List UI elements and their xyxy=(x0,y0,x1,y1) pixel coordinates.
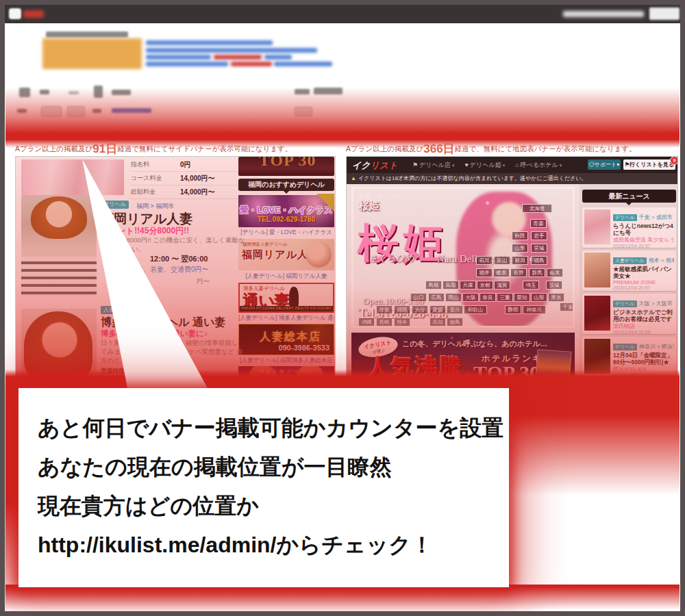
pref-button[interactable]: 徳島 xyxy=(447,318,463,326)
pref-button[interactable]: 滋賀 xyxy=(494,281,510,290)
pref-button[interactable]: 岡山 xyxy=(445,293,462,302)
shop-title[interactable]: 博多人妻デリヘル 通い妻 xyxy=(101,316,225,330)
pref-button[interactable]: 和歌山 xyxy=(464,305,487,314)
banner-caption-link[interactable]: [人妻デリヘル] 福岡リアル人妻 xyxy=(238,272,334,280)
pref-button[interactable]: 広島 xyxy=(428,293,445,302)
pref-button[interactable]: 佐賀 xyxy=(376,305,393,314)
news-category-badge: 人妻デリヘル xyxy=(613,257,647,264)
notice-link-blurred[interactable] xyxy=(146,48,317,53)
banner-caption-link[interactable]: [人妻デリヘル] 福岡博多人妻総本店 xyxy=(238,357,334,364)
pref-button[interactable]: 長崎 xyxy=(376,318,393,326)
news-location-link[interactable]: 神奈川 > 横浜市 xyxy=(639,344,674,350)
news-date: 2015/12/04 20:57 xyxy=(613,285,674,290)
pref-button[interactable]: 熊本 xyxy=(394,318,410,326)
header-nav-item[interactable]: ⚑デリヘル店▾ xyxy=(412,161,454,170)
pref-button[interactable]: 群馬 xyxy=(529,268,545,277)
pref-button[interactable]: 京都 xyxy=(477,281,493,290)
notice-link-blurred[interactable] xyxy=(146,55,211,60)
pref-button[interactable]: 栃木 xyxy=(547,268,563,277)
category-chip: 人妻デリヘル xyxy=(101,306,140,314)
pref-button[interactable]: 千葉 xyxy=(560,303,575,311)
pref-button[interactable]: 埼玉 xyxy=(523,281,539,290)
pref-button[interactable]: 島根 xyxy=(425,281,442,290)
pref-button[interactable]: 長野 xyxy=(510,268,527,277)
pref-button[interactable]: 山口 xyxy=(410,293,427,302)
pref-button[interactable]: 岐阜 xyxy=(493,268,510,277)
view-list-button[interactable]: ⚑行くリストを見る xyxy=(623,159,675,170)
site-logo[interactable]: イクリスト xyxy=(352,159,398,172)
pref-button[interactable]: 青森 xyxy=(530,219,547,228)
news-meta: デリヘル神奈川 > 横浜市 xyxy=(613,339,674,351)
pref-button[interactable]: 富山 xyxy=(494,256,510,265)
news-item[interactable]: デリヘル大阪 > 大阪市ビジネスホテルでご利用のお客様は必見です★源氏物語201… xyxy=(582,294,676,334)
logout-button-blurred[interactable] xyxy=(649,8,680,20)
catch-copy: 博多の人妻が貴方の通い妻に♪ xyxy=(101,329,208,339)
banner-caption-link[interactable]: [人妻デリヘル] 博多人妻デリヘル 通い妻 xyxy=(238,314,334,322)
pref-button[interactable]: 福島 xyxy=(531,256,547,265)
ad-banner[interactable]: 090-3986-3533人妻総本店 xyxy=(238,324,334,355)
notice-link-blurred[interactable] xyxy=(274,62,332,66)
pref-button[interactable]: 山梨 xyxy=(531,293,547,302)
pref-button[interactable]: 奈良 xyxy=(480,293,496,302)
news-header: 最新ニュース xyxy=(582,190,676,203)
pref-button[interactable]: 新潟 xyxy=(512,256,528,265)
pref-button[interactable]: 兵庫 xyxy=(460,281,476,290)
notice-link-blurred[interactable] xyxy=(264,55,292,60)
pref-button[interactable]: 香川 xyxy=(447,305,463,314)
pref-button[interactable]: 大阪 xyxy=(462,293,479,302)
pref-button[interactable]: 鹿児島 xyxy=(376,326,399,328)
news-title[interactable]: ビジネスホテルでご利用のお客様は必見です★ xyxy=(613,309,674,322)
pref-button[interactable]: 山形 xyxy=(512,244,528,253)
pref-button[interactable]: 高知 xyxy=(429,318,446,326)
news-title[interactable]: らうんじnews12がつ4にち号 xyxy=(613,222,674,236)
pref-button[interactable]: 北海道 xyxy=(522,204,552,213)
news-shop-link[interactable]: 成田風俗空港 美少女らうんじ xyxy=(613,236,674,244)
news-thumbnail xyxy=(584,296,610,331)
news-title[interactable]: ★超敏感柔肌パイパン美女★ xyxy=(613,266,674,279)
news-item[interactable]: 人妻デリヘル熊本 > 熊本市★超敏感柔肌パイパン美女★PREMIUM ZONE2… xyxy=(582,251,676,291)
photo-shirt xyxy=(21,257,97,296)
news-location-link[interactable]: 熊本 > 熊本市 xyxy=(649,257,674,264)
age-warning-bar: ▲イクリストは18才未満の方には不適切な内容が含まれています。速やかにご退出くだ… xyxy=(347,173,678,184)
news-location-link[interactable]: 千葉 > 成田市 xyxy=(639,214,673,220)
pref-button[interactable]: 石川 xyxy=(476,256,493,265)
banner-caption-link[interactable]: [デリヘル] 愛・LOVE・ハイクラス xyxy=(238,229,334,236)
news-shop-link[interactable]: PREMIUM ZONE xyxy=(613,279,674,285)
pref-button[interactable]: 愛知 xyxy=(514,293,530,302)
recommended-header: 福岡のおすすめデリヘル xyxy=(238,179,334,191)
warning-icon: ▲ xyxy=(351,175,356,181)
logo-text-red: リスト xyxy=(371,160,398,170)
pref-button[interactable]: 岩手 xyxy=(531,231,547,240)
ad-banner[interactable]: 福岡博多人妻デリヘル福岡リアル人妻 xyxy=(238,239,334,270)
notice-link-blurred[interactable] xyxy=(146,62,228,66)
news-body: デリヘル千葉 > 成田市らうんじnews12がつ4にち号成田風俗空港 美少女らう… xyxy=(613,209,674,246)
news-shop-link[interactable]: 源氏物語 xyxy=(613,322,674,330)
pref-button[interactable]: 茨城 xyxy=(546,281,562,290)
pref-button[interactable]: 神奈川 xyxy=(523,305,546,314)
pref-button[interactable]: 宮城 xyxy=(531,244,547,253)
news-location-link[interactable]: 大阪 > 大阪市 xyxy=(639,300,673,307)
ad-banner[interactable]: 博多人妻デリヘル通い妻HAKATA HITOZUMA DELIVERY HEAL… xyxy=(238,283,334,313)
pref-button[interactable]: 愛媛 xyxy=(429,305,446,314)
pref-button[interactable]: 福井 xyxy=(476,268,493,277)
pref-button[interactable]: 秋田 xyxy=(512,231,528,240)
hero-banner-sakurahime[interactable]: 奈良・デリヘル 桜姫 桜姫 さくらひめ Nara Delivery Health… xyxy=(351,187,575,328)
pref-button[interactable]: 沖縄 xyxy=(358,318,375,326)
notice-link-blurred[interactable] xyxy=(146,40,273,45)
news-item[interactable]: デリヘル千葉 > 成田市らうんじnews12がつ4にち号成田風俗空港 美少女らう… xyxy=(582,207,676,248)
pref-button[interactable]: 三重 xyxy=(497,293,513,302)
pref-button[interactable]: 鳥取 xyxy=(443,281,459,290)
pref-button[interactable]: 東京 xyxy=(548,293,564,302)
header-nav-item[interactable]: ♥デリヘル姫▾ xyxy=(464,161,505,170)
header-nav-item[interactable]: ⌂呼べるホテル▾ xyxy=(515,161,562,170)
pref-button[interactable]: 福岡 xyxy=(394,305,410,314)
pref-button[interactable]: 大分 xyxy=(412,305,428,314)
girl-photo[interactable] xyxy=(21,195,97,296)
feature-tags[interactable]: 人妻、若妻、交通費0円〜 xyxy=(129,265,209,274)
admin-topbar xyxy=(5,5,680,23)
pref-button[interactable]: 静岡 xyxy=(505,305,521,314)
news-title[interactable]: 12月04日「金曜限定」60分〜5000円割引|★【キング割】 xyxy=(613,352,674,365)
support-button[interactable]: ◎サポート▾ xyxy=(588,159,621,170)
category-chip: デリヘル xyxy=(101,201,129,209)
top30-banner-fragment[interactable]: TOP 30 xyxy=(238,157,334,176)
